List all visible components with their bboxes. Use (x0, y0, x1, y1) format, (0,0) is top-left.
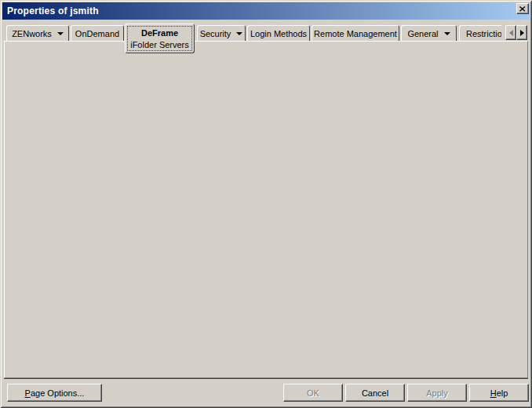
tab-restrictions[interactable]: Restrictions (459, 25, 501, 41)
tab-remote-management-label: Remote Management (314, 29, 397, 38)
dropdown-arrow-icon (444, 32, 450, 35)
button-text: Apply (426, 388, 448, 398)
tab-deframe-active[interactable]: DeFrame iFolder Servers (125, 24, 195, 53)
button-text: elp (497, 388, 508, 398)
button-text: Cancel (362, 388, 388, 398)
tab-login-methods[interactable]: Login Methods (247, 25, 310, 41)
window-title: Properties of jsmith (2, 5, 99, 16)
button-text: OK (307, 388, 319, 398)
tab-scroll-right-button[interactable] (516, 25, 527, 40)
scroll-right-icon (520, 30, 524, 36)
tab-focus-rect: DeFrame iFolder Servers (127, 26, 192, 51)
tab-restrictions-label: Restrictions (466, 29, 501, 38)
tab-deframe-sublabel: iFolder Servers (130, 39, 189, 50)
tab-scroll-left-button[interactable] (505, 25, 516, 40)
tab-general-label: General (407, 29, 438, 38)
tab-zenworks-label: ZENworks (12, 29, 52, 38)
tab-security-label: Security (200, 29, 231, 38)
tab-login-methods-label: Login Methods (250, 29, 307, 38)
tab-deframe-label: DeFrame (141, 27, 178, 39)
ok-button[interactable]: OK (283, 384, 343, 402)
title-bar[interactable]: Properties of jsmith (2, 2, 530, 20)
button-mnemonic: P (25, 388, 31, 398)
button-text: age Options... (31, 388, 85, 398)
close-button[interactable] (516, 3, 529, 14)
cancel-button[interactable]: Cancel (345, 384, 405, 402)
tab-page (4, 41, 528, 378)
tab-ondemand-label: OnDemand (75, 29, 119, 38)
dropdown-arrow-icon (57, 32, 64, 35)
page-options-button[interactable]: Page Options... (7, 384, 102, 402)
tab-remote-management[interactable]: Remote Management (312, 25, 399, 41)
tab-general[interactable]: General (401, 25, 457, 41)
tab-security[interactable]: Security (197, 25, 246, 41)
properties-dialog: Properties of jsmith ZENworks OnDemand D… (0, 0, 532, 408)
button-mnemonic: H (490, 388, 497, 398)
scroll-left-icon (509, 30, 513, 36)
help-button[interactable]: Help (469, 384, 529, 402)
close-icon (519, 4, 526, 13)
apply-button[interactable]: Apply (407, 384, 467, 402)
tab-zenworks[interactable]: ZENworks (6, 25, 69, 41)
tab-ondemand[interactable]: OnDemand (71, 25, 124, 41)
dropdown-arrow-icon (236, 32, 242, 35)
